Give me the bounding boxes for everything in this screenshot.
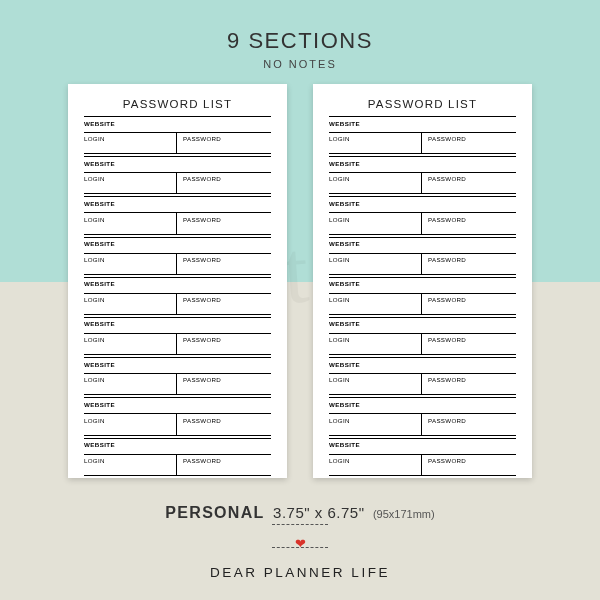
brand-name: DEAR PLANNER LIFE: [0, 565, 600, 580]
brand-block: ❤ DEAR PLANNER LIFE: [0, 518, 600, 580]
login-label: LOGIN: [84, 133, 177, 153]
card-pair: PASSWORD LIST WEBSITELOGINPASSWORD WEBSI…: [0, 84, 600, 478]
login-label: LOGIN: [329, 254, 422, 274]
password-label: PASSWORD: [422, 414, 516, 434]
login-label: LOGIN: [84, 374, 177, 394]
login-label: LOGIN: [84, 294, 177, 314]
login-label: LOGIN: [329, 414, 422, 434]
password-label: PASSWORD: [422, 173, 516, 193]
website-label: WEBSITE: [84, 438, 271, 455]
login-label: LOGIN: [329, 294, 422, 314]
password-card-right: PASSWORD LIST WEBSITELOGINPASSWORD WEBSI…: [313, 84, 532, 478]
website-label: WEBSITE: [329, 317, 516, 334]
login-label: LOGIN: [84, 414, 177, 434]
heart-icon: ❤: [0, 541, 600, 546]
website-label: WEBSITE: [329, 116, 516, 133]
password-label: PASSWORD: [177, 414, 271, 434]
divider-left: [272, 524, 328, 525]
password-label: PASSWORD: [177, 455, 271, 475]
password-label: PASSWORD: [422, 455, 516, 475]
heading-subtitle: NO NOTES: [0, 58, 600, 70]
password-label: PASSWORD: [422, 213, 516, 233]
password-label: PASSWORD: [422, 334, 516, 354]
heading-title: 9 SECTIONS: [0, 28, 600, 54]
login-label: LOGIN: [84, 213, 177, 233]
website-label: WEBSITE: [329, 237, 516, 254]
website-label: WEBSITE: [329, 156, 516, 173]
heading: 9 SECTIONS NO NOTES: [0, 28, 600, 70]
website-label: WEBSITE: [84, 116, 271, 133]
card-title: PASSWORD LIST: [329, 98, 516, 110]
password-label: PASSWORD: [177, 254, 271, 274]
login-label: LOGIN: [329, 334, 422, 354]
login-label: LOGIN: [329, 374, 422, 394]
website-label: WEBSITE: [84, 237, 271, 254]
login-label: LOGIN: [329, 213, 422, 233]
login-label: LOGIN: [84, 254, 177, 274]
password-label: PASSWORD: [177, 133, 271, 153]
website-label: WEBSITE: [84, 196, 271, 213]
login-label: LOGIN: [84, 173, 177, 193]
login-label: LOGIN: [329, 455, 422, 475]
card-title: PASSWORD LIST: [84, 98, 271, 110]
password-label: PASSWORD: [422, 254, 516, 274]
password-card-left: PASSWORD LIST WEBSITELOGINPASSWORD WEBSI…: [68, 84, 287, 478]
website-label: WEBSITE: [329, 196, 516, 213]
password-label: PASSWORD: [422, 374, 516, 394]
login-label: LOGIN: [84, 455, 177, 475]
website-label: WEBSITE: [329, 438, 516, 455]
password-label: PASSWORD: [177, 374, 271, 394]
website-label: WEBSITE: [84, 397, 271, 414]
website-label: WEBSITE: [329, 357, 516, 374]
website-label: WEBSITE: [84, 317, 271, 334]
login-label: LOGIN: [329, 133, 422, 153]
website-label: WEBSITE: [84, 357, 271, 374]
password-label: PASSWORD: [177, 334, 271, 354]
password-label: PASSWORD: [177, 173, 271, 193]
website-label: WEBSITE: [329, 397, 516, 414]
website-label: WEBSITE: [329, 277, 516, 294]
login-label: LOGIN: [329, 173, 422, 193]
password-label: PASSWORD: [177, 294, 271, 314]
password-label: PASSWORD: [422, 133, 516, 153]
website-label: WEBSITE: [84, 156, 271, 173]
login-label: LOGIN: [84, 334, 177, 354]
website-label: WEBSITE: [84, 277, 271, 294]
password-label: PASSWORD: [422, 294, 516, 314]
password-label: PASSWORD: [177, 213, 271, 233]
